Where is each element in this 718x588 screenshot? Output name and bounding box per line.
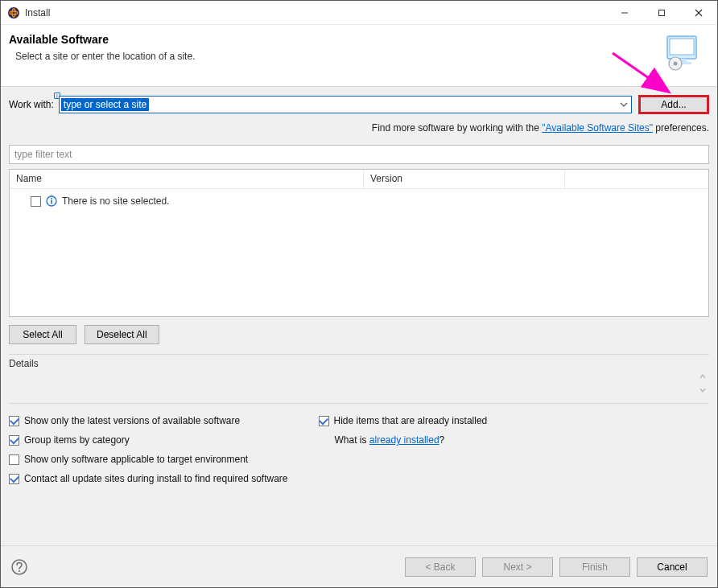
wizard-content: Work with:i type or select a site Add...… — [1, 87, 717, 545]
label-group-by-category: Group items by category — [24, 434, 130, 446]
install-header-icon — [662, 33, 701, 72]
label-target-environment: Show only software applicable to target … — [24, 454, 248, 465]
available-software-sites-link[interactable]: "Available Software Sites" — [542, 122, 653, 134]
page-subtitle: Select a site or enter the location of a… — [15, 51, 662, 62]
row-checkbox[interactable] — [31, 196, 41, 207]
eclipse-icon — [7, 6, 20, 19]
caret-up-icon — [699, 374, 706, 379]
column-name[interactable]: Name — [10, 170, 364, 188]
back-button: < Back — [405, 557, 476, 577]
details-up-button[interactable] — [695, 369, 709, 383]
whatis-text: What is already installed? — [335, 434, 445, 446]
tree-empty-row: There is no site selected. — [16, 194, 702, 208]
options-left-column: Show only the latest versions of availab… — [9, 415, 288, 484]
next-button: Next > — [482, 557, 553, 577]
svg-point-17 — [19, 570, 20, 572]
selection-button-row: Select All Deselect All — [9, 325, 709, 344]
already-installed-link[interactable]: already installed — [369, 434, 439, 446]
cancel-button[interactable]: Cancel — [637, 557, 708, 577]
window-title: Install — [25, 7, 50, 19]
tree-header: Name Version — [10, 170, 708, 189]
options-right-column: Hide items that are already installed Wh… — [319, 415, 488, 484]
details-group: Details — [9, 354, 709, 404]
details-down-button[interactable] — [695, 383, 709, 397]
close-button[interactable] — [680, 1, 717, 25]
close-icon — [695, 9, 703, 17]
svg-point-16 — [12, 560, 27, 574]
work-with-selected-text: type or select a site — [61, 98, 149, 111]
combo-dropdown-button[interactable] — [617, 97, 631, 113]
checkbox-group-by-category[interactable] — [9, 435, 19, 446]
label-contact-update-sites: Contact all update sites during install … — [24, 473, 288, 484]
install-dialog: Install Available Software Select a site… — [0, 0, 718, 588]
details-spinner[interactable] — [695, 369, 709, 397]
deselect-all-button[interactable]: Deselect All — [85, 325, 159, 344]
info-icon — [46, 195, 57, 207]
checkbox-target-environment[interactable] — [9, 454, 19, 465]
titlebar: Install — [1, 1, 717, 25]
empty-row-text: There is no site selected. — [62, 195, 169, 207]
details-label: Details — [9, 358, 709, 369]
software-sites-hint: Find more software by working with the "… — [9, 122, 709, 134]
checkbox-hide-installed[interactable] — [319, 416, 329, 426]
chevron-down-icon — [620, 101, 628, 109]
finish-button: Finish — [559, 557, 630, 577]
help-icon[interactable] — [10, 558, 28, 576]
details-text — [9, 369, 709, 400]
wizard-header: Available Software Select a site or ente… — [1, 25, 717, 87]
minimize-icon — [621, 9, 629, 17]
tree-body: There is no site selected. — [10, 189, 708, 316]
caret-down-icon — [699, 388, 706, 393]
svg-point-12 — [674, 62, 678, 66]
work-with-label: Work with:i — [9, 99, 54, 110]
label-hide-installed: Hide items that are already installed — [334, 415, 488, 426]
checkbox-latest-versions[interactable] — [9, 416, 19, 426]
maximize-icon — [658, 9, 666, 17]
wizard-footer: < Back Next > Finish Cancel — [1, 545, 717, 587]
page-title: Available Software — [9, 33, 662, 46]
maximize-button[interactable] — [643, 1, 680, 25]
work-with-combo[interactable]: type or select a site — [59, 96, 632, 113]
svg-rect-4 — [659, 10, 665, 15]
software-tree[interactable]: Name Version There is no site selected. — [9, 169, 709, 317]
svg-rect-8 — [670, 39, 694, 55]
add-button[interactable]: Add... — [638, 95, 709, 114]
label-latest-versions: Show only the latest versions of availab… — [24, 415, 240, 426]
select-all-button[interactable]: Select All — [9, 325, 76, 344]
svg-point-14 — [51, 198, 52, 199]
minimize-button[interactable] — [606, 1, 643, 25]
checkbox-contact-update-sites[interactable] — [9, 474, 19, 484]
filter-input[interactable]: type filter text — [9, 145, 709, 164]
work-with-row: Work with:i type or select a site Add... — [9, 95, 709, 114]
options-section: Show only the latest versions of availab… — [9, 415, 709, 484]
column-version[interactable]: Version — [364, 170, 565, 188]
svg-rect-15 — [51, 200, 52, 204]
